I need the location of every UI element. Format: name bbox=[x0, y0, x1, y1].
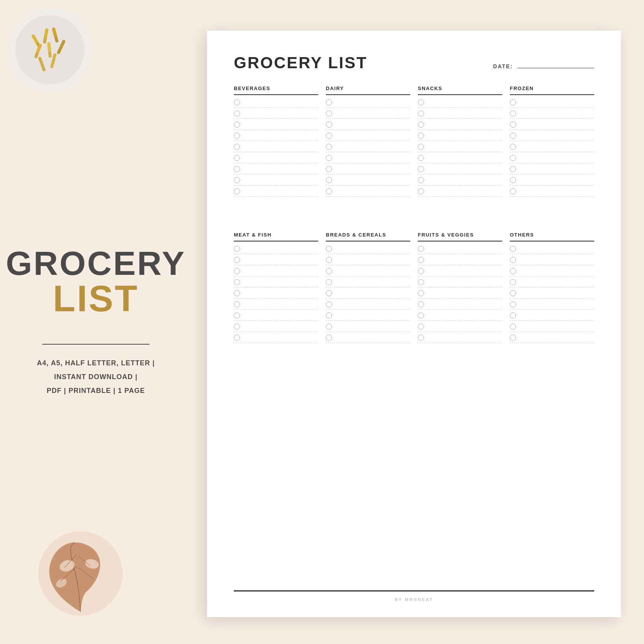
section-fruits---veggies: FRUITS & VEGGIES bbox=[418, 232, 502, 344]
check-circle bbox=[418, 268, 424, 274]
check-line bbox=[243, 249, 318, 249]
check-circle bbox=[418, 122, 424, 128]
divider bbox=[42, 344, 150, 345]
check-row bbox=[234, 131, 318, 141]
check-line bbox=[427, 249, 502, 249]
check-line bbox=[427, 169, 502, 169]
check-row bbox=[234, 153, 318, 163]
check-circle bbox=[326, 312, 332, 319]
check-row bbox=[326, 310, 410, 321]
check-line bbox=[335, 136, 410, 136]
check-line bbox=[427, 260, 502, 260]
check-row bbox=[326, 164, 410, 174]
section-meat---fish: MEAT & FISH bbox=[234, 232, 318, 344]
check-row bbox=[326, 266, 410, 276]
check-line bbox=[519, 271, 594, 271]
check-line bbox=[427, 147, 502, 147]
check-row bbox=[510, 97, 594, 108]
check-circle bbox=[510, 144, 516, 150]
check-circle bbox=[418, 312, 424, 319]
check-row bbox=[418, 322, 502, 332]
section-dairy: DAIRY bbox=[326, 85, 410, 197]
check-line bbox=[427, 271, 502, 271]
check-line bbox=[519, 282, 594, 283]
check-row bbox=[234, 310, 318, 321]
check-row bbox=[510, 120, 594, 130]
check-row bbox=[234, 175, 318, 186]
section-header: OTHERS bbox=[510, 232, 594, 242]
check-line bbox=[243, 327, 318, 327]
check-circle bbox=[326, 110, 332, 117]
check-circle bbox=[418, 290, 424, 296]
check-line bbox=[427, 113, 502, 114]
check-line bbox=[335, 260, 410, 260]
check-line bbox=[519, 102, 594, 103]
check-line bbox=[519, 249, 594, 249]
top-sections: BEVERAGESDAIRYSNACKSFROZEN bbox=[234, 85, 594, 197]
check-row bbox=[234, 255, 318, 265]
check-circle bbox=[326, 257, 332, 263]
check-circle bbox=[510, 246, 516, 252]
check-circle bbox=[326, 166, 332, 172]
section-header: BREADS & CEREALS bbox=[326, 232, 410, 242]
check-line bbox=[243, 180, 318, 181]
check-line bbox=[427, 293, 502, 294]
check-circle bbox=[418, 144, 424, 150]
bottom-sections: MEAT & FISHBREADS & CEREALSFRUITS & VEGG… bbox=[234, 232, 594, 344]
check-row bbox=[510, 333, 594, 343]
check-row bbox=[234, 120, 318, 130]
check-circle bbox=[234, 268, 240, 274]
check-circle bbox=[326, 133, 332, 139]
check-line bbox=[243, 304, 318, 305]
check-row bbox=[326, 120, 410, 130]
check-row bbox=[510, 266, 594, 276]
doc-title: GROCERY LIST bbox=[234, 54, 368, 72]
check-circle bbox=[510, 279, 516, 285]
check-row bbox=[418, 244, 502, 254]
check-line bbox=[519, 169, 594, 169]
check-circle bbox=[510, 155, 516, 161]
check-circle bbox=[418, 324, 424, 330]
check-row bbox=[234, 322, 318, 332]
check-line bbox=[519, 293, 594, 294]
check-circle bbox=[234, 155, 240, 161]
check-row bbox=[418, 175, 502, 186]
check-line bbox=[243, 136, 318, 136]
check-line bbox=[519, 315, 594, 316]
check-row bbox=[510, 322, 594, 332]
check-row bbox=[418, 288, 502, 299]
check-circle bbox=[510, 177, 516, 183]
check-row bbox=[326, 97, 410, 108]
check-row bbox=[234, 97, 318, 108]
check-row bbox=[510, 164, 594, 174]
check-circle bbox=[418, 257, 424, 263]
check-line bbox=[335, 249, 410, 249]
left-title: GROCERY LIST bbox=[6, 246, 186, 317]
check-line bbox=[519, 147, 594, 147]
check-row bbox=[234, 333, 318, 343]
check-line bbox=[335, 125, 410, 125]
section-others: OTHERS bbox=[510, 232, 594, 344]
doc-footer: BY MRSNEAT bbox=[234, 597, 594, 602]
check-line bbox=[519, 125, 594, 125]
check-row bbox=[234, 277, 318, 288]
date-label: DATE: bbox=[493, 63, 513, 69]
check-circle bbox=[234, 99, 240, 105]
check-row bbox=[418, 164, 502, 174]
subtitle-line2: INSTANT DOWNLOAD | bbox=[37, 370, 154, 384]
check-circle bbox=[510, 335, 516, 341]
check-circle bbox=[326, 279, 332, 285]
check-line bbox=[243, 169, 318, 169]
check-row bbox=[234, 164, 318, 174]
check-circle bbox=[418, 279, 424, 285]
section-header: FROZEN bbox=[510, 85, 594, 95]
check-row bbox=[418, 131, 502, 141]
check-circle bbox=[418, 133, 424, 139]
check-line bbox=[243, 158, 318, 158]
subtitle-line3: PDF | PRINTABLE | 1 PAGE bbox=[37, 384, 154, 398]
check-circle bbox=[234, 177, 240, 183]
check-row bbox=[418, 108, 502, 119]
check-row bbox=[326, 244, 410, 254]
check-circle bbox=[510, 257, 516, 263]
check-circle bbox=[510, 268, 516, 274]
